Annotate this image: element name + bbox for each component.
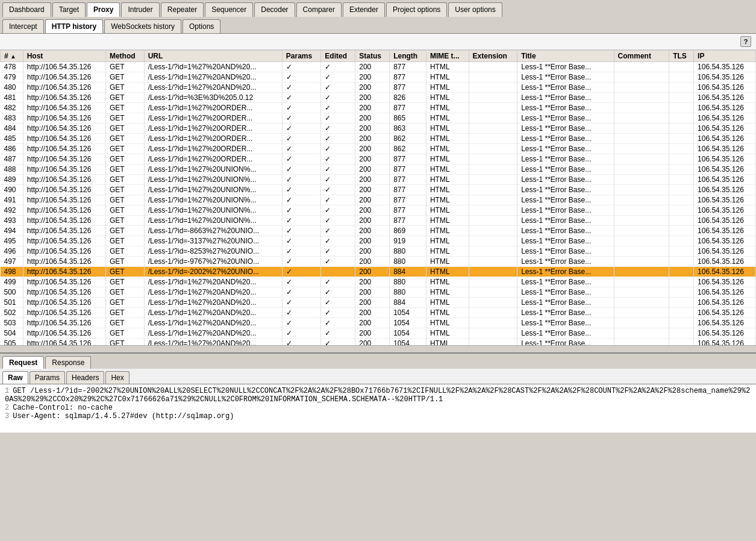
table-cell: 200 [355, 236, 390, 246]
req-tab-headers[interactable]: Headers [66, 371, 104, 384]
top-tab-comparer[interactable]: Comparer [296, 2, 342, 17]
table-row[interactable]: 489http://106.54.35.126GET/Less-1/?id=1%… [1, 175, 756, 185]
table-cell: Less-1 **Error Base... [517, 298, 614, 308]
table-row[interactable]: 485http://106.54.35.126GET/Less-1/?id=1%… [1, 134, 756, 144]
table-row[interactable]: 491http://106.54.35.126GET/Less-1/?id=1%… [1, 195, 756, 205]
top-tab-project-options[interactable]: Project options [386, 2, 447, 17]
table-cell: 200 [355, 93, 390, 103]
col-mime[interactable]: MIME t... [426, 51, 469, 62]
table-row[interactable]: 479http://106.54.35.126GET/Less-1/?id=1%… [1, 72, 756, 83]
top-tab-intruder[interactable]: Intruder [121, 2, 159, 17]
table-row[interactable]: 502http://106.54.35.126GET/Less-1/?id=1%… [1, 308, 756, 318]
req-tab-params[interactable]: Params [30, 371, 65, 384]
table-cell: 200 [355, 339, 390, 346]
table-row[interactable]: 487http://106.54.35.126GET/Less-1/?id=1%… [1, 154, 756, 164]
table-row[interactable]: 500http://106.54.35.126GET/Less-1/?id=1%… [1, 287, 756, 298]
sub-tab-options[interactable]: Options [183, 19, 220, 33]
col-host[interactable]: Host [23, 51, 105, 62]
col-params[interactable]: Params [282, 51, 321, 62]
col-method[interactable]: Method [105, 51, 144, 62]
table-row[interactable]: 494http://106.54.35.126GET/Less-1/?id=-8… [1, 226, 756, 236]
table-cell: HTML [426, 185, 469, 195]
col-extension[interactable]: Extension [469, 51, 517, 62]
table-cell: GET [105, 257, 144, 267]
table-row[interactable]: 480http://106.54.35.126GET/Less-1/?id=1%… [1, 83, 756, 93]
table-row[interactable]: 481http://106.54.35.126GET/Less-1/?id=%3… [1, 93, 756, 103]
table-row[interactable]: 478http://106.54.35.126GET/Less-1/?id=1%… [1, 62, 756, 72]
table-cell [614, 113, 669, 124]
top-tab-user-options[interactable]: User options [448, 2, 502, 17]
table-row[interactable]: 488http://106.54.35.126GET/Less-1/?id=1%… [1, 164, 756, 175]
table-cell: ✓ [282, 277, 321, 287]
table-row[interactable]: 486http://106.54.35.126GET/Less-1/?id=1%… [1, 144, 756, 154]
table-cell: ✓ [321, 124, 355, 134]
top-tab-sequencer[interactable]: Sequencer [205, 2, 253, 17]
col-url[interactable]: URL [144, 51, 282, 62]
table-row[interactable]: 501http://106.54.35.126GET/Less-1/?id=1%… [1, 298, 756, 308]
sub-tab-http-history[interactable]: HTTP history [45, 19, 103, 33]
table-cell: GET [105, 134, 144, 144]
table-cell: HTML [426, 216, 469, 226]
table-cell: 1054 [390, 318, 426, 328]
table-row[interactable]: 505http://106.54.35.126GET/Less-1/?id=1%… [1, 339, 756, 346]
table-cell [614, 83, 669, 93]
table-cell: ✓ [282, 164, 321, 175]
table-cell: 884 [390, 267, 426, 277]
table-row[interactable]: 498http://106.54.35.126GET/Less-1/?id=-2… [1, 267, 756, 277]
top-tab-repeater[interactable]: Repeater [161, 2, 204, 17]
col-tls[interactable]: TLS [669, 51, 694, 62]
col-ip[interactable]: IP [694, 51, 756, 62]
table-row[interactable]: 495http://106.54.35.126GET/Less-1/?id=-3… [1, 236, 756, 246]
table-cell: 863 [390, 124, 426, 134]
top-tab-target[interactable]: Target [52, 2, 86, 17]
top-tab-proxy[interactable]: Proxy [87, 2, 120, 17]
table-cell: 880 [390, 246, 426, 257]
req-tab-raw[interactable]: Raw [2, 371, 28, 384]
col-comment[interactable]: Comment [614, 51, 669, 62]
col-num[interactable]: # ▲ [1, 51, 23, 62]
table-row[interactable]: 497http://106.54.35.126GET/Less-1/?id=-9… [1, 257, 756, 267]
table-cell [669, 62, 694, 72]
table-cell [614, 267, 669, 277]
table-cell: HTML [426, 195, 469, 205]
table-row[interactable]: 490http://106.54.35.126GET/Less-1/?id=1%… [1, 185, 756, 195]
col-title[interactable]: Title [517, 51, 614, 62]
col-edited[interactable]: Edited [321, 51, 355, 62]
table-cell: Less-1 **Error Base... [517, 175, 614, 185]
table-cell: GET [105, 113, 144, 124]
http-history-table-container[interactable]: # ▲ Host Method URL Params Edited Status… [0, 50, 756, 345]
table-cell: GET [105, 328, 144, 339]
sub-tab-intercept[interactable]: Intercept [2, 19, 44, 33]
filter-help-button[interactable]: ? [740, 36, 751, 47]
table-cell: 106.54.35.126 [694, 62, 756, 72]
table-row[interactable]: 483http://106.54.35.126GET/Less-1/?id=1%… [1, 113, 756, 124]
table-row[interactable]: 484http://106.54.35.126GET/Less-1/?id=1%… [1, 124, 756, 134]
table-cell: /Less-1/?id=-9767%27%20UNIO... [144, 257, 282, 267]
req-tab-hex[interactable]: Hex [105, 371, 129, 384]
top-tab-extender[interactable]: Extender [343, 2, 385, 17]
table-row[interactable]: 482http://106.54.35.126GET/Less-1/?id=1%… [1, 103, 756, 113]
line-number: 2 [5, 404, 9, 412]
table-row[interactable]: 499http://106.54.35.126GET/Less-1/?id=1%… [1, 277, 756, 287]
table-cell [669, 328, 694, 339]
table-row[interactable]: 496http://106.54.35.126GET/Less-1/?id=-8… [1, 246, 756, 257]
table-cell: /Less-1/?id=1%27%20UNION%... [144, 175, 282, 185]
table-cell: HTML [426, 164, 469, 175]
col-status[interactable]: Status [355, 51, 390, 62]
top-tab-decoder[interactable]: Decoder [254, 2, 295, 17]
horizontal-scrollbar[interactable] [0, 345, 756, 352]
table-cell: http://106.54.35.126 [23, 124, 105, 134]
sub-tab-websockets-history[interactable]: WebSockets history [104, 19, 181, 33]
table-row[interactable]: 492http://106.54.35.126GET/Less-1/?id=1%… [1, 205, 756, 216]
table-row[interactable]: 504http://106.54.35.126GET/Less-1/?id=1%… [1, 328, 756, 339]
table-row[interactable]: 503http://106.54.35.126GET/Less-1/?id=1%… [1, 318, 756, 328]
table-row[interactable]: 493http://106.54.35.126GET/Less-1/?id=1%… [1, 216, 756, 226]
bottom-tab-request[interactable]: Request [2, 356, 44, 369]
table-cell: 200 [355, 318, 390, 328]
table-cell [614, 308, 669, 318]
table-cell: Less-1 **Error Base... [517, 185, 614, 195]
table-cell [469, 267, 517, 277]
bottom-tab-response[interactable]: Response [45, 356, 91, 369]
top-tab-dashboard[interactable]: Dashboard [2, 2, 51, 17]
col-length[interactable]: Length [390, 51, 426, 62]
